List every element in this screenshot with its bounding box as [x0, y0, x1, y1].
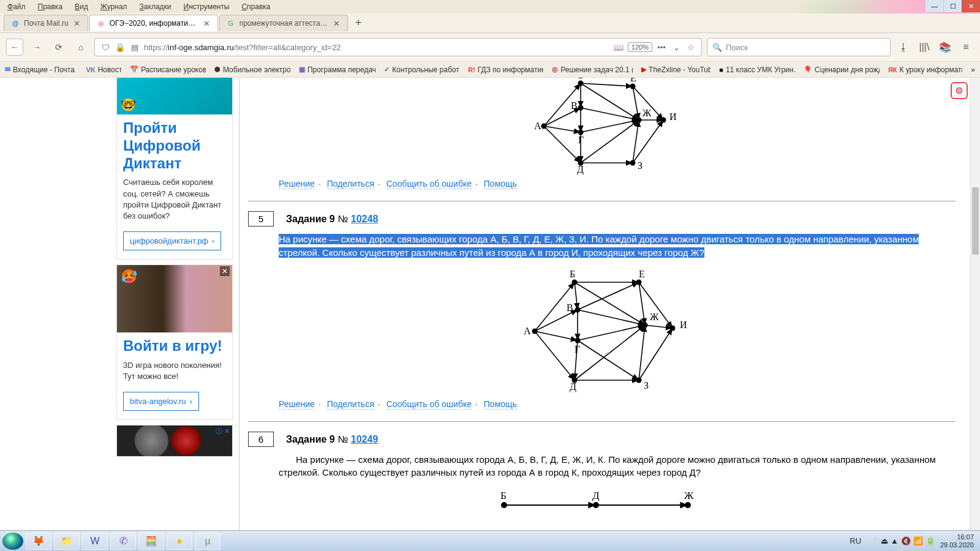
svg-line-44 [578, 310, 645, 325]
share-link[interactable]: Поделиться [327, 179, 374, 189]
nav-reload-button[interactable]: ⟳ [50, 39, 67, 56]
taskbar-app-4[interactable]: 🧮 [138, 533, 164, 550]
task-6-id-link[interactable]: 10249 [351, 434, 379, 444]
report-link[interactable]: Сообщить об ошибке [386, 399, 472, 410]
lock-icon[interactable]: 🔒 [115, 43, 126, 52]
permissions-icon[interactable]: ▤ [129, 43, 140, 52]
bookmark-8[interactable]: ▶TheZxline - YouTube [641, 65, 710, 75]
solution-link[interactable]: Решение [279, 179, 315, 189]
bookmarks-overflow-icon[interactable]: » [971, 66, 975, 74]
ad-card-2[interactable]: 🥵✕ Войти в иг­ру! 3D игра нового поколе­… [116, 264, 233, 420]
minimize-button[interactable]: — [925, 0, 943, 12]
task-5-id-link[interactable]: 10248 [351, 214, 379, 224]
ad-1-title: Пройти Цифровой Диктант [117, 114, 232, 177]
bookmark-11[interactable]: ЯКК уроку информати… [888, 65, 962, 75]
tray-time: 16:07 [940, 533, 974, 541]
bookmark-4[interactable]: ▦Программа передач… [299, 65, 375, 75]
taskbar-app-6[interactable]: µ [195, 533, 221, 550]
bookmark-label: Сценарии дня рожд… [815, 66, 880, 74]
bookmark-5[interactable]: ✓Контрольные работ… [384, 65, 459, 75]
shield-icon[interactable]: 🛡 [100, 43, 111, 52]
bookmark-star-icon[interactable]: ☆ [685, 43, 696, 52]
ad-1-button[interactable]: цифровойдиктант.рф› [123, 231, 221, 250]
report-link[interactable]: Сообщить об ошибке [386, 179, 472, 189]
ad-card-3[interactable]: ⓘ ✕ [116, 425, 233, 457]
nav-back-button[interactable]: ← [6, 39, 23, 56]
menu-Правка[interactable]: Правка [36, 1, 66, 12]
ad-info-icon[interactable]: ⓘ ✕ [216, 427, 230, 436]
address-bar[interactable]: 🛡 🔒 ▤ https://inf-oge.sdamgia.ru/test?fi… [94, 38, 702, 56]
search-input[interactable]: 🔍 Поиск [707, 38, 891, 56]
start-button[interactable] [2, 533, 23, 550]
zoom-badge[interactable]: 120% [628, 42, 652, 52]
reader-mode-icon[interactable]: 📖 [613, 43, 624, 52]
bookmark-9[interactable]: ■11 класс УМК Угрин… [719, 65, 795, 75]
scrollbar-thumb[interactable] [972, 187, 979, 255]
bookmark-2[interactable]: 📅Расписание уроков … [130, 65, 206, 75]
page-scrollbar[interactable] [970, 71, 980, 530]
tray-icon-3[interactable]: 🔇 [901, 536, 911, 545]
new-tab-button[interactable]: + [349, 17, 368, 29]
tray-lang[interactable]: RU [850, 536, 861, 545]
tray-icon-2[interactable]: ▲ [891, 536, 899, 545]
sidebar-icon[interactable]: 📚 [937, 42, 953, 53]
ad-2-button[interactable]: bitva-angelov.ru› [123, 392, 199, 411]
app-menu-icon[interactable]: ≡ [958, 42, 974, 53]
help-link[interactable]: Помощь [484, 179, 517, 189]
solution-link[interactable]: Решение [279, 399, 315, 410]
task-5-number: 5 [248, 211, 274, 227]
svg-point-18 [541, 124, 546, 129]
taskbar-app-3[interactable]: ✆ [110, 533, 136, 550]
bookmark-label: Новости [98, 66, 121, 74]
menu-Файл[interactable]: Файл [5, 1, 28, 12]
svg-point-66 [636, 279, 641, 285]
tab-2[interactable]: Gпромежуточная аттестация 9 класс✕ [219, 15, 348, 31]
tab-0[interactable]: @Почта Mail.ru✕ [4, 15, 88, 31]
share-link[interactable]: Поделиться [327, 399, 374, 410]
task-5-text[interactable]: На рисунке — схема дорог, связывающих го… [279, 234, 919, 258]
svg-text:И: И [669, 111, 677, 122]
chevron-right-icon: › [190, 397, 192, 406]
svg-point-34 [660, 118, 666, 123]
taskbar-app-5[interactable]: ● [167, 533, 192, 550]
ad-2-close-icon[interactable]: ✕ [220, 266, 230, 276]
menu-Журнал[interactable]: Журнал [98, 1, 130, 12]
menu-Вид[interactable]: Вид [72, 1, 91, 12]
bookmark-favicon-icon: ЯК [888, 65, 897, 75]
library-icon[interactable]: |||\ [916, 42, 932, 53]
taskbar-app-0[interactable]: 🦊 [26, 533, 51, 550]
ad-card-1[interactable]: 🤓 Пройти Цифровой Диктант Считаешь себя … [116, 71, 233, 260]
tab-close-icon[interactable]: ✕ [202, 19, 211, 28]
svg-text:Б: Б [570, 269, 575, 279]
tab-close-icon[interactable]: ✕ [332, 19, 341, 28]
page-actions-icon[interactable]: ••• [656, 43, 667, 52]
menu-Инструменты[interactable]: Инструменты [181, 1, 232, 12]
bookmark-10[interactable]: 🎈Сценарии дня рожд… [804, 65, 880, 75]
url-path: /test?filter=all&category_id=22 [234, 43, 341, 52]
bookmark-1[interactable]: VKНовости [86, 65, 121, 75]
tray-clock[interactable]: 16:07 29.03.2020 [940, 533, 974, 548]
svg-point-72 [669, 325, 675, 331]
maximize-button[interactable]: ☐ [943, 0, 962, 12]
close-window-button[interactable]: ✕ [962, 0, 980, 12]
nav-home-button[interactable]: ⌂ [72, 39, 89, 56]
taskbar-app-1[interactable]: 📁 [54, 533, 80, 550]
taskbar-app-2[interactable]: W [82, 533, 108, 550]
tab-close-icon[interactable]: ✕ [72, 19, 81, 28]
bookmark-0[interactable]: ✉Входящие - Почта … [5, 65, 77, 75]
task-6-nosign: № [337, 434, 348, 444]
downloads-icon[interactable]: ⭳ [895, 42, 911, 53]
help-link[interactable]: Помощь [484, 399, 517, 410]
tray-icon-4[interactable]: 📶 [913, 536, 923, 545]
pocket-icon[interactable]: ⌄ [671, 43, 682, 52]
nav-forward-button[interactable]: → [28, 39, 45, 56]
tray-icon-5[interactable]: 🔋 [925, 536, 935, 545]
menu-Закладки[interactable]: Закладки [137, 1, 174, 12]
tab-1[interactable]: ◎ОГЭ−2020, информатика: задания,✕ [89, 15, 218, 31]
bookmark-6[interactable]: R!ГДЗ по информатик… [468, 65, 543, 75]
tray-icon-1[interactable]: ⏏ [881, 536, 888, 545]
bookmark-7[interactable]: ◎Решение задач 20.1 (… [552, 65, 633, 75]
bookmark-3[interactable]: ⬢Мобильное электро… [214, 65, 290, 75]
menu-Справка[interactable]: Справка [239, 1, 273, 12]
tray-icon-0[interactable]: ❔ [869, 536, 878, 545]
